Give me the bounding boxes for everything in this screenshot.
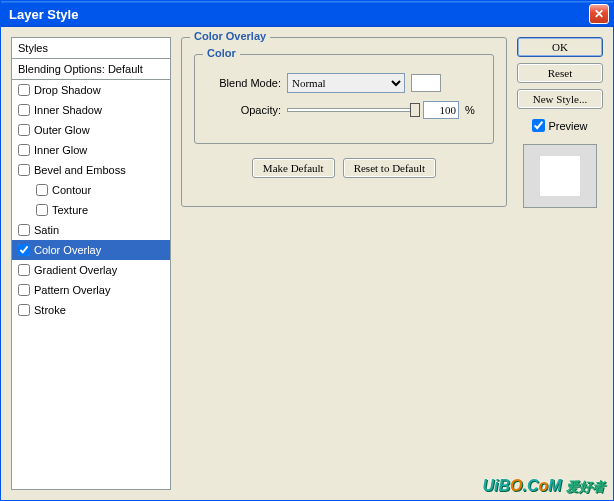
opacity-label: Opacity: (207, 104, 281, 116)
make-default-button[interactable]: Make Default (252, 158, 335, 178)
opacity-slider[interactable] (287, 108, 417, 112)
style-item-color-overlay[interactable]: Color Overlay (12, 240, 170, 260)
style-item-gradient-overlay[interactable]: Gradient Overlay (12, 260, 170, 280)
close-icon: ✕ (594, 7, 604, 21)
group-title: Color Overlay (190, 30, 270, 42)
reset-button[interactable]: Reset (517, 63, 603, 83)
color-overlay-group: Color Overlay Color Blend Mode: Normal O… (181, 37, 507, 207)
style-item-inner-shadow[interactable]: Inner Shadow (12, 100, 170, 120)
style-item-label: Stroke (34, 304, 66, 316)
ok-button[interactable]: OK (517, 37, 603, 57)
preview-swatch-inner (540, 156, 580, 196)
style-item-label: Color Overlay (34, 244, 101, 256)
preview-swatch (523, 144, 597, 208)
style-item-label: Texture (52, 204, 88, 216)
style-item-label: Inner Shadow (34, 104, 102, 116)
style-item-label: Pattern Overlay (34, 284, 110, 296)
style-item-label: Contour (52, 184, 91, 196)
style-checkbox[interactable] (18, 264, 30, 276)
style-checkbox[interactable] (18, 284, 30, 296)
preview-toggle-row: Preview (517, 119, 603, 132)
style-item-stroke[interactable]: Stroke (12, 300, 170, 320)
new-style-button[interactable]: New Style... (517, 89, 603, 109)
style-checkbox[interactable] (18, 144, 30, 156)
style-checkbox[interactable] (18, 124, 30, 136)
style-checkbox[interactable] (18, 244, 30, 256)
style-item-label: Satin (34, 224, 59, 236)
style-item-label: Drop Shadow (34, 84, 101, 96)
style-checkbox[interactable] (18, 84, 30, 96)
blend-mode-select[interactable]: Normal (287, 73, 405, 93)
dialog-body: Styles Blending Options: Default Drop Sh… (1, 27, 613, 500)
color-group: Color Blend Mode: Normal Opacity: (194, 54, 494, 144)
style-item-pattern-overlay[interactable]: Pattern Overlay (12, 280, 170, 300)
action-panel: OK Reset New Style... Preview (517, 37, 603, 490)
reset-to-default-button[interactable]: Reset to Default (343, 158, 436, 178)
style-checkbox[interactable] (18, 104, 30, 116)
color-swatch[interactable] (411, 74, 441, 92)
style-checkbox[interactable] (18, 304, 30, 316)
window-title: Layer Style (9, 7, 589, 22)
style-checkbox[interactable] (36, 204, 48, 216)
preview-label: Preview (548, 120, 587, 132)
default-buttons-row: Make Default Reset to Default (194, 158, 494, 178)
styles-header[interactable]: Styles (12, 38, 170, 59)
style-item-drop-shadow[interactable]: Drop Shadow (12, 80, 170, 100)
opacity-input[interactable] (423, 101, 459, 119)
layer-style-dialog: Layer Style ✕ Styles Blending Options: D… (0, 0, 614, 501)
style-item-label: Inner Glow (34, 144, 87, 156)
settings-panel: Color Overlay Color Blend Mode: Normal O… (181, 37, 507, 490)
close-button[interactable]: ✕ (589, 4, 609, 24)
opacity-unit: % (465, 104, 475, 116)
opacity-row: Opacity: % (207, 101, 481, 119)
style-checkbox[interactable] (18, 164, 30, 176)
blend-mode-row: Blend Mode: Normal (207, 73, 481, 93)
titlebar: Layer Style ✕ (1, 1, 613, 27)
style-checkbox[interactable] (36, 184, 48, 196)
color-group-title: Color (203, 47, 240, 59)
blending-options-row[interactable]: Blending Options: Default (12, 59, 170, 80)
style-item-texture[interactable]: Texture (12, 200, 170, 220)
styles-list-panel: Styles Blending Options: Default Drop Sh… (11, 37, 171, 490)
style-item-label: Bevel and Emboss (34, 164, 126, 176)
style-item-satin[interactable]: Satin (12, 220, 170, 240)
opacity-slider-thumb[interactable] (410, 103, 420, 117)
style-item-bevel-and-emboss[interactable]: Bevel and Emboss (12, 160, 170, 180)
preview-checkbox[interactable] (532, 119, 545, 132)
blend-mode-label: Blend Mode: (207, 77, 281, 89)
style-item-label: Gradient Overlay (34, 264, 117, 276)
style-checkbox[interactable] (18, 224, 30, 236)
style-item-contour[interactable]: Contour (12, 180, 170, 200)
style-item-outer-glow[interactable]: Outer Glow (12, 120, 170, 140)
style-item-label: Outer Glow (34, 124, 90, 136)
style-item-inner-glow[interactable]: Inner Glow (12, 140, 170, 160)
